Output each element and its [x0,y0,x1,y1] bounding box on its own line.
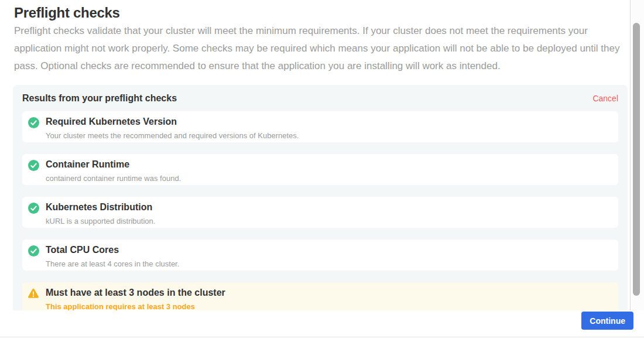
results-panel: Results from your preflight checks Cance… [13,85,628,310]
check-title: Kubernetes Distribution [46,201,155,213]
check-description: This application requires at least 3 nod… [46,302,225,310]
scrollbar-track[interactable] [630,0,644,310]
check-text: Required Kubernetes Version Your cluster… [46,116,299,140]
cancel-link[interactable]: Cancel [592,94,618,103]
check-item: Kubernetes Distribution kURL is a suppor… [22,197,618,228]
check-circle-icon [28,117,39,128]
check-text: Total CPU Cores There are at least 4 cor… [46,244,179,268]
check-description: There are at least 4 cores in the cluste… [46,259,179,268]
preflight-screen: Preflight checks Preflight checks valida… [0,0,644,342]
check-item: Must have at least 3 nodes in the cluste… [22,282,618,310]
check-item: Total CPU Cores There are at least 4 cor… [22,240,618,271]
check-description: containerd container runtime was found. [46,174,181,183]
warning-triangle-icon [28,288,39,299]
check-title: Total CPU Cores [46,244,179,256]
check-text: Container Runtime containerd container r… [46,159,181,183]
check-title: Required Kubernetes Version [46,116,299,128]
continue-button[interactable]: Continue [581,312,633,330]
page-description: Preflight checks validate that your clus… [14,22,623,75]
check-circle-icon [28,245,39,256]
check-item: Required Kubernetes Version Your cluster… [22,111,618,142]
results-panel-header-row: Results from your preflight checks Cance… [13,85,628,111]
check-circle-icon [28,159,39,171]
results-header: Results from your preflight checks [22,93,177,104]
page-title: Preflight checks [14,5,120,21]
footer: Continue [0,310,644,337]
check-circle-icon [28,202,39,214]
scrollbar-thumb[interactable] [633,23,640,296]
check-description: kURL is a supported distribution. [46,217,155,225]
check-title: Must have at least 3 nodes in the cluste… [46,287,225,299]
check-text: Kubernetes Distribution kURL is a suppor… [46,201,155,225]
check-title: Container Runtime [46,159,181,170]
check-item: Container Runtime containerd container r… [22,154,618,185]
check-text: Must have at least 3 nodes in the cluste… [46,287,225,310]
check-description: Your cluster meets the recommended and r… [46,131,299,140]
